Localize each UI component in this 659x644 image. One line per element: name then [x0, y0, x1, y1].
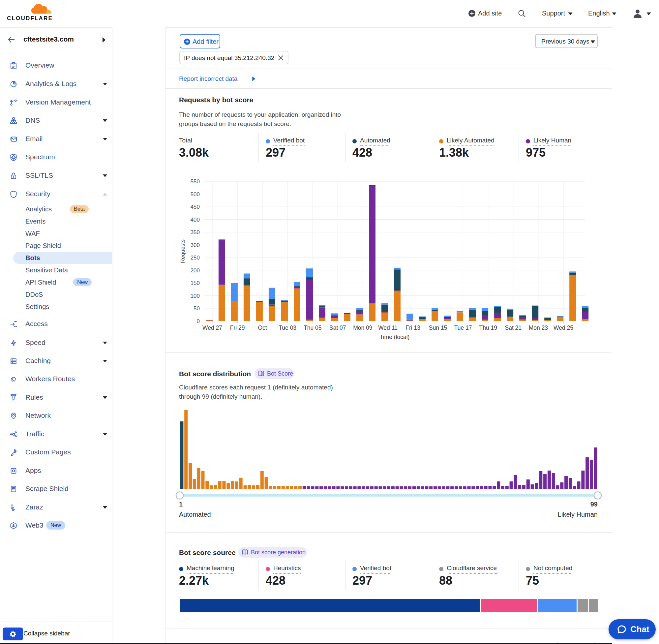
- svg-text:Sat 21: Sat 21: [505, 324, 521, 331]
- svg-text:250: 250: [191, 255, 200, 261]
- svg-text:500: 500: [191, 191, 200, 198]
- svg-text:Fri 13: Fri 13: [405, 324, 420, 331]
- svg-text:200: 200: [191, 268, 200, 274]
- svg-text:Mon 09: Mon 09: [353, 324, 372, 331]
- svg-text:Time (local): Time (local): [380, 334, 410, 340]
- svg-text:550: 550: [191, 178, 200, 185]
- svg-text:Thu 19: Thu 19: [479, 324, 497, 331]
- svg-text:400: 400: [191, 217, 200, 223]
- svg-text:Thu 05: Thu 05: [304, 324, 322, 331]
- svg-text:100: 100: [191, 293, 200, 299]
- svg-text:Wed 27: Wed 27: [203, 324, 222, 331]
- svg-text:Mon 23: Mon 23: [529, 324, 548, 331]
- svg-text:350: 350: [191, 229, 200, 235]
- svg-text:Fri 29: Fri 29: [230, 324, 245, 331]
- svg-text:450: 450: [191, 204, 200, 210]
- svg-text:Tue 03: Tue 03: [279, 324, 297, 331]
- svg-text:0: 0: [197, 318, 200, 324]
- svg-text:150: 150: [191, 280, 200, 286]
- svg-text:300: 300: [191, 242, 200, 248]
- svg-text:Sun 15: Sun 15: [429, 324, 447, 331]
- svg-text:Requests: Requests: [180, 239, 186, 263]
- svg-text:50: 50: [193, 305, 200, 312]
- svg-text:Tue 17: Tue 17: [454, 324, 472, 331]
- svg-text:Wed 11: Wed 11: [378, 324, 398, 331]
- svg-text:Wed 25: Wed 25: [554, 324, 573, 331]
- svg-text:Oct: Oct: [258, 324, 267, 331]
- svg-text:Sat 07: Sat 07: [329, 324, 346, 331]
